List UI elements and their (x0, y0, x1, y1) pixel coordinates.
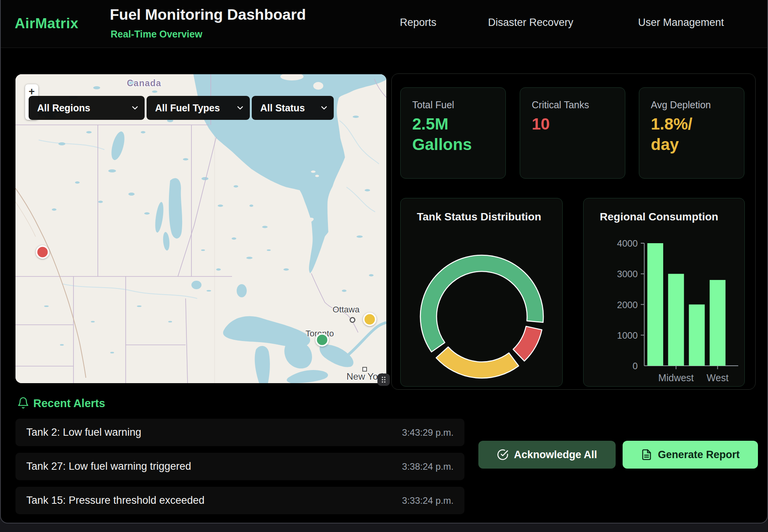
recent-alerts-title: Recent Alerts (33, 397, 105, 410)
grip-dots-icon (381, 376, 387, 384)
stat-label: Total Fuel (412, 99, 454, 111)
stat-value: 10 (532, 114, 550, 135)
stat-card-avg-depletion: Avg Depletion 1.8%/day (639, 87, 744, 179)
svg-text:2000: 2000 (617, 300, 638, 310)
nav-disaster-recovery[interactable]: Disaster Recovery (488, 17, 573, 29)
stat-card-total-fuel: Total Fuel 2.5MGallons (400, 87, 506, 179)
alert-timestamp: 3:38:24 p.m. (402, 461, 454, 472)
chevron-down-icon (131, 104, 139, 112)
map-label-ottawa: Ottawa (333, 305, 360, 315)
chevron-down-icon (320, 104, 328, 112)
ottawa-town-symbol (350, 317, 355, 323)
alert-message: Tank 15: Pressure threshold exceeded (26, 494, 205, 506)
alert-message: Tank 2: Low fuel warning (26, 426, 141, 438)
svg-text:West: West (707, 372, 729, 383)
svg-text:4000: 4000 (617, 238, 638, 249)
new-york-town-symbol (362, 367, 367, 372)
svg-text:3000: 3000 (617, 269, 638, 279)
dashboard-window: AirMatrix Fuel Monitoring Dashboard Real… (0, 0, 768, 523)
tank-marker-normal[interactable] (316, 333, 329, 347)
bell-icon (17, 397, 29, 409)
status-filter-value: All Status (260, 102, 305, 114)
tank-marker-critical[interactable] (36, 246, 49, 259)
alert-message: Tank 27: Low fuel warning triggered (26, 460, 191, 472)
stat-card-critical-tanks: Critical Tanks 10 (520, 87, 625, 179)
resize-handle[interactable] (377, 373, 390, 386)
region-filter-select[interactable]: All Regions (29, 96, 145, 120)
alert-row: Tank 2: Low fuel warning 3:43:29 p.m. (15, 419, 464, 446)
tank-marker-warning[interactable] (363, 312, 376, 326)
acknowledge-all-button[interactable]: Acknowledge All (478, 441, 616, 469)
alert-timestamp: 3:43:29 p.m. (402, 427, 454, 438)
acknowledge-all-label: Acknowledge All (514, 449, 597, 461)
status-filter-select[interactable]: All Status (252, 96, 334, 120)
header: AirMatrix Fuel Monitoring Dashboard Real… (1, 0, 767, 48)
tank-status-donut-chart (418, 253, 546, 380)
regional-consumption-chart-card: Regional Consumption 01000200030004000Mi… (583, 198, 745, 387)
fuel-type-filter-select[interactable]: All Fuel Types (147, 96, 250, 120)
stat-label: Avg Depletion (651, 99, 711, 111)
regional-consumption-bar-chart: 01000200030004000MidwestWest (584, 198, 745, 387)
generate-report-label: Generate Report (658, 449, 740, 461)
alert-row: Tank 27: Low fuel warning triggered 3:38… (15, 453, 464, 480)
generate-report-button[interactable]: Generate Report (623, 441, 758, 469)
svg-text:Midwest: Midwest (658, 372, 694, 383)
brand-logo: AirMatrix (15, 15, 79, 32)
chevron-down-icon (236, 104, 244, 112)
nav-user-management[interactable]: User Management (638, 17, 724, 29)
tank-status-chart-card: Tank Status Distribution (400, 198, 563, 387)
map-label-canada: Canada (127, 78, 161, 89)
svg-text:1000: 1000 (617, 330, 638, 341)
alert-row: Tank 15: Pressure threshold exceeded 3:3… (15, 487, 464, 514)
nav-reports[interactable]: Reports (400, 17, 437, 29)
stat-label: Critical Tanks (532, 99, 589, 111)
svg-text:0: 0 (633, 361, 638, 371)
alert-timestamp: 3:33:24 p.m. (402, 495, 454, 506)
page-subtitle: Real-Time Overview (111, 29, 202, 40)
region-filter-value: All Regions (37, 102, 90, 114)
stat-value: 2.5MGallons (412, 114, 472, 155)
chart-title: Tank Status Distribution (417, 211, 541, 223)
check-circle-icon (497, 449, 509, 460)
stat-value: 1.8%/day (651, 114, 692, 155)
page-title: Fuel Monitoring Dashboard (110, 6, 306, 23)
document-icon (641, 449, 652, 460)
fuel-map[interactable]: + All Regions All Fuel Types All Status … (15, 74, 386, 383)
fuel-type-filter-value: All Fuel Types (155, 102, 220, 114)
